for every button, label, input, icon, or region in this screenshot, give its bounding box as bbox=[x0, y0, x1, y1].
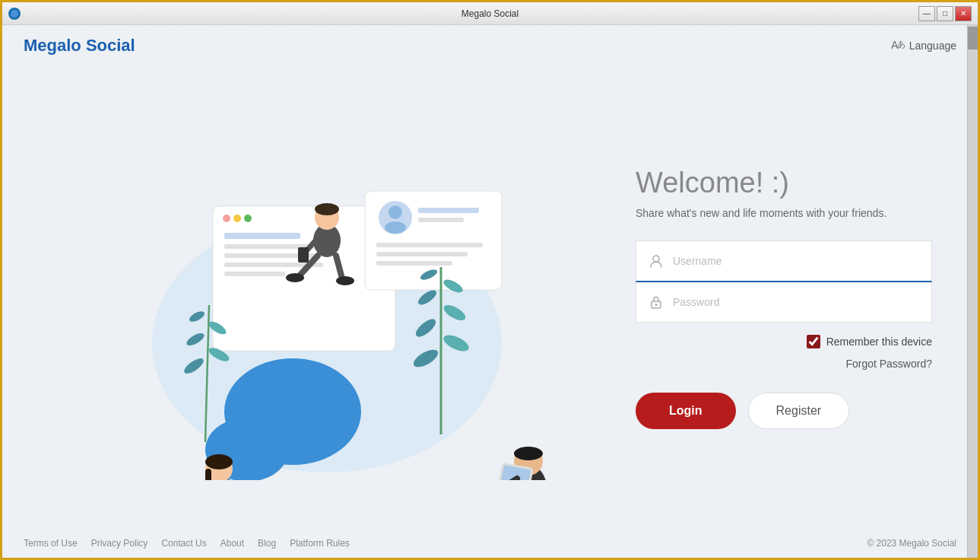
illustration-svg bbox=[106, 115, 547, 480]
main-content: Megalo Social A あ Language bbox=[2, 25, 978, 558]
footer-copyright: © 2023 Megalo Social bbox=[867, 538, 956, 549]
footer-link-contact[interactable]: Contact Us bbox=[161, 538, 206, 549]
password-field-group bbox=[636, 282, 932, 323]
svg-rect-12 bbox=[224, 272, 285, 276]
svg-rect-47 bbox=[298, 247, 309, 262]
svg-rect-21 bbox=[376, 261, 452, 266]
welcome-title: Welcome! :) bbox=[636, 167, 932, 199]
svg-point-44 bbox=[286, 273, 304, 282]
footer-link-blog[interactable]: Blog bbox=[258, 538, 276, 549]
window-title: Megalo Social bbox=[461, 8, 519, 19]
svg-point-41 bbox=[315, 203, 339, 215]
minimize-button[interactable]: — bbox=[918, 6, 935, 21]
svg-point-15 bbox=[389, 205, 402, 219]
footer-link-platform[interactable]: Platform Rules bbox=[290, 538, 350, 549]
svg-rect-51 bbox=[205, 469, 211, 480]
svg-rect-20 bbox=[376, 252, 468, 256]
forgot-password-link[interactable]: Forgot Password? bbox=[636, 358, 932, 370]
svg-point-16 bbox=[385, 221, 406, 234]
footer-links: Terms of Use Privacy Policy Contact Us A… bbox=[24, 538, 350, 549]
app-icon bbox=[8, 8, 21, 20]
register-button[interactable]: Register bbox=[748, 393, 850, 429]
illustration-area bbox=[48, 115, 605, 480]
app-logo: Megalo Social bbox=[24, 36, 135, 56]
scrollbar[interactable] bbox=[967, 25, 978, 558]
titlebar: Megalo Social — □ ✕ bbox=[2, 2, 978, 25]
svg-point-60 bbox=[514, 447, 543, 460]
language-label: Language bbox=[909, 40, 956, 52]
svg-point-71 bbox=[655, 304, 658, 306]
lock-icon bbox=[649, 294, 664, 310]
svg-point-0 bbox=[11, 10, 18, 18]
app-header: Megalo Social A あ Language bbox=[2, 25, 978, 66]
login-form: Remember this device Forgot Password? Lo… bbox=[636, 240, 932, 429]
welcome-subtitle: Share what's new and life moments with y… bbox=[636, 207, 932, 219]
app-footer: Terms of Use Privacy Policy Contact Us A… bbox=[2, 529, 978, 558]
login-button[interactable]: Login bbox=[636, 393, 736, 429]
window-frame: Megalo Social — □ ✕ Megalo Social A あ La… bbox=[0, 0, 980, 560]
form-options: Remember this device bbox=[636, 335, 932, 348]
footer-link-privacy[interactable]: Privacy Policy bbox=[91, 538, 148, 549]
footer-link-terms[interactable]: Terms of Use bbox=[24, 538, 78, 549]
svg-point-6 bbox=[233, 215, 241, 222]
svg-point-69 bbox=[653, 256, 659, 262]
footer-link-about[interactable]: About bbox=[220, 538, 244, 549]
page-body: Welcome! :) Share what's new and life mo… bbox=[2, 66, 978, 529]
remember-label[interactable]: Remember this device bbox=[826, 336, 932, 348]
scrollbar-thumb[interactable] bbox=[968, 27, 978, 49]
login-panel: Welcome! :) Share what's new and life mo… bbox=[605, 151, 932, 444]
maximize-button[interactable]: □ bbox=[937, 6, 953, 21]
user-icon bbox=[649, 253, 664, 269]
svg-point-5 bbox=[223, 215, 230, 222]
form-actions: Login Register bbox=[636, 393, 932, 429]
password-input[interactable] bbox=[673, 282, 919, 322]
username-field-group bbox=[636, 240, 932, 282]
close-button[interactable]: ✕ bbox=[955, 6, 972, 21]
svg-rect-8 bbox=[224, 233, 300, 239]
language-icon: A あ bbox=[891, 37, 905, 54]
svg-text:あ: あ bbox=[897, 40, 905, 49]
svg-point-7 bbox=[244, 215, 252, 222]
svg-rect-17 bbox=[418, 208, 479, 213]
svg-point-50 bbox=[205, 454, 233, 469]
svg-rect-18 bbox=[418, 218, 464, 222]
svg-rect-19 bbox=[376, 243, 483, 247]
username-input[interactable] bbox=[673, 241, 919, 281]
language-button[interactable]: A あ Language bbox=[891, 37, 956, 54]
remember-checkbox[interactable] bbox=[807, 335, 820, 348]
svg-point-45 bbox=[336, 276, 354, 285]
window-controls: — □ ✕ bbox=[918, 6, 972, 21]
